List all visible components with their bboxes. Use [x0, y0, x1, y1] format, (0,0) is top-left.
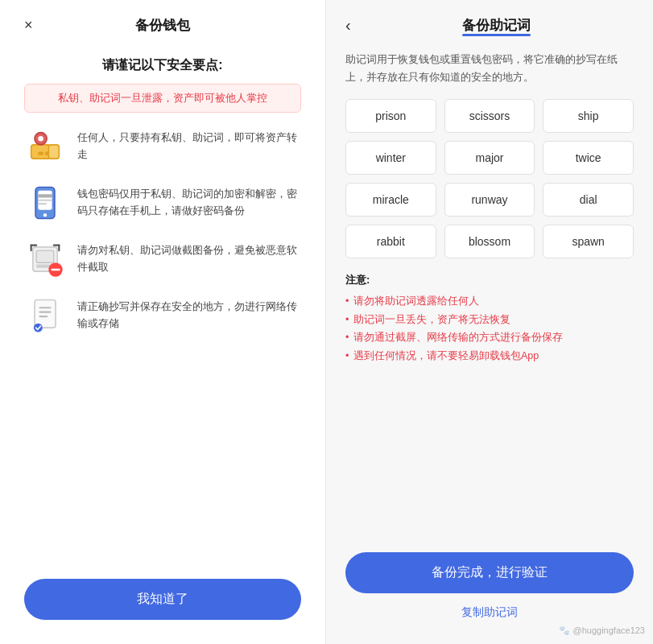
- security-text-doc: 请正确抄写并保存在安全的地方，勿进行网络传输或存储: [77, 299, 301, 332]
- confirm-button[interactable]: 我知道了: [24, 579, 301, 620]
- svg-point-3: [38, 136, 43, 142]
- security-text-phone: 钱包密码仅用于私钥、助记词的加密和解密，密码只存储在手机上，请做好密码备份: [77, 186, 301, 220]
- svg-point-25: [34, 324, 43, 332]
- mnemonic-word-7: miracle: [345, 183, 436, 217]
- security-list: 任何人，只要持有私钥、助记词，即可将资产转走 钱包密码仅用于私钥、助记词的加密和…: [24, 126, 301, 563]
- svg-rect-4: [38, 152, 43, 155]
- phone-icon: [24, 182, 66, 224]
- notice-list: 请勿将助记词透露给任何人 助记词一旦丢失，资产将无法恢复 请勿通过截屏、网络传输…: [345, 292, 634, 365]
- right-title: 备份助记词: [462, 16, 531, 35]
- mnemonic-word-11: blossom: [444, 225, 535, 258]
- left-footer: 我知道了: [24, 563, 301, 644]
- security-text-screenshot: 请勿对私钥、助记词做截图备份，避免被恶意软件截取: [77, 242, 301, 276]
- mnemonic-word-12: spawn: [543, 225, 634, 258]
- svg-rect-1: [48, 145, 59, 159]
- left-title: 备份钱包: [135, 16, 190, 35]
- description: 助记词用于恢复钱包或重置钱包密码，将它准确的抄写在纸上，并存放在只有你知道的安全…: [345, 51, 634, 86]
- svg-rect-23: [39, 312, 51, 313]
- svg-rect-24: [39, 316, 48, 317]
- notice-item-1: 请勿将助记词透露给任何人: [345, 292, 634, 311]
- right-panel: ‹ 备份助记词 助记词用于恢复钱包或重置钱包密码，将它准确的抄写在纸上，并存放在…: [326, 0, 653, 644]
- mnemonic-word-8: runway: [444, 183, 535, 217]
- mnemonic-word-1: prison: [345, 99, 436, 133]
- svg-rect-5: [45, 152, 48, 155]
- right-title-wrapper: 备份助记词: [359, 16, 634, 35]
- watermark: 🐾 @huggingface123: [559, 625, 645, 636]
- warning-banner: 私钥、助记词一旦泄露，资产即可被他人掌控: [24, 84, 301, 113]
- svg-rect-8: [38, 194, 52, 197]
- mnemonic-word-4: winter: [345, 141, 436, 175]
- back-icon[interactable]: ‹: [345, 16, 351, 35]
- mnemonic-word-2: scissors: [444, 99, 535, 133]
- mnemonic-word-5: major: [444, 141, 535, 175]
- left-header: × 备份钱包: [24, 0, 301, 43]
- right-header: ‹ 备份助记词: [345, 0, 634, 43]
- security-item-phone: 钱包密码仅用于私钥、助记词的加密和解密，密码只存储在手机上，请做好密码备份: [24, 182, 301, 224]
- svg-rect-13: [36, 250, 54, 262]
- left-panel: × 备份钱包 请谨记以下安全要点: 私钥、助记词一旦泄露，资产即可被他人掌控 任…: [0, 0, 326, 644]
- svg-rect-22: [39, 307, 51, 308]
- mnemonic-word-9: dial: [543, 183, 634, 217]
- notice-item-3: 请勿通过截屏、网络传输的方式进行备份保存: [345, 328, 634, 347]
- security-text-key: 任何人，只要持有私钥、助记词，即可将资产转走: [77, 130, 301, 163]
- svg-rect-9: [38, 200, 52, 201]
- security-item-doc: 请正确抄写并保存在安全的地方，勿进行网络传输或存储: [24, 295, 301, 336]
- backup-verify-button[interactable]: 备份完成，进行验证: [345, 552, 634, 593]
- notice-title: 注意:: [345, 273, 634, 287]
- svg-rect-10: [38, 203, 47, 204]
- mnemonic-word-3: ship: [543, 99, 634, 133]
- notice-section: 注意: 请勿将助记词透露给任何人 助记词一旦丢失，资产将无法恢复 请勿通过截屏、…: [345, 273, 634, 365]
- mnemonic-grid: prison scissors ship winter major twice …: [345, 99, 634, 258]
- security-heading: 请谨记以下安全要点:: [102, 57, 222, 74]
- notice-item-2: 助记词一旦丢失，资产将无法恢复: [345, 311, 634, 329]
- doc-icon: [24, 295, 66, 336]
- key-icon: [24, 126, 66, 167]
- copy-mnemonic-button[interactable]: 复制助记词: [345, 605, 634, 620]
- close-icon[interactable]: ×: [24, 17, 33, 34]
- notice-item-4: 遇到任何情况，请不要轻易卸载钱包App: [345, 347, 634, 365]
- security-item-screenshot: 请勿对私钥、助记词做截图备份，避免被恶意软件截取: [24, 238, 301, 280]
- security-item-key: 任何人，只要持有私钥、助记词，即可将资产转走: [24, 126, 301, 167]
- mnemonic-word-10: rabbit: [345, 225, 436, 258]
- screenshot-icon: [24, 238, 66, 280]
- mnemonic-word-6: twice: [543, 141, 634, 175]
- svg-point-11: [43, 213, 47, 217]
